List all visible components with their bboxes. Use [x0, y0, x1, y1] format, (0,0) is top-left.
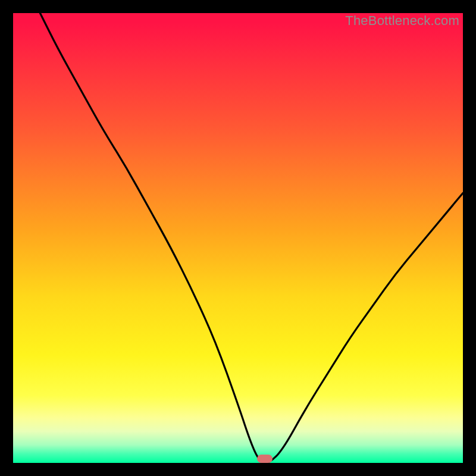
- chart-frame: TheBottleneck.com: [0, 0, 476, 476]
- optimal-marker: [257, 455, 273, 463]
- bottleneck-curve: [13, 13, 463, 463]
- plot-area: TheBottleneck.com: [13, 13, 463, 463]
